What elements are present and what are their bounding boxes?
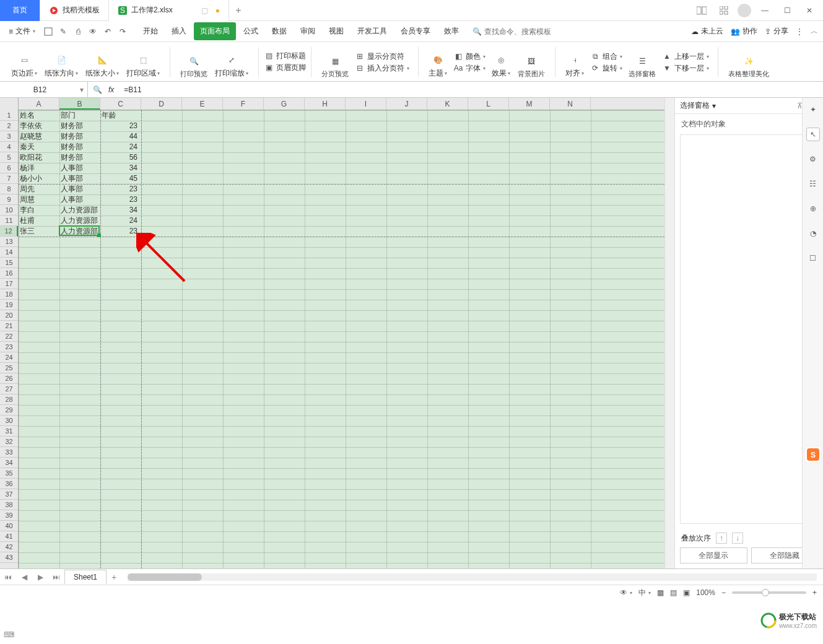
effects-button[interactable]: ◎效果▾ [488, 52, 514, 80]
row-header-22[interactable]: 22 [0, 331, 18, 342]
col-header-K[interactable]: K [427, 98, 468, 110]
colors-button[interactable]: ◧颜色▾ [453, 51, 486, 62]
file-menu[interactable]: ≡文件▾ [5, 24, 39, 39]
insertpagebreak-button[interactable]: ⊟插入分页符▾ [355, 63, 409, 74]
row-header-17[interactable]: 17 [0, 279, 18, 289]
cell-grid[interactable]: 姓名部门年龄李依依财务部23赵晓慧财务部44秦天财务部24欧阳花财务部56杨洋人… [19, 110, 664, 568]
view-page-icon[interactable]: ▤ [670, 588, 677, 597]
row-header-15[interactable]: 15 [0, 258, 18, 268]
cell[interactable]: 人力资源部 [59, 215, 100, 226]
row-header-34[interactable]: 34 [0, 458, 18, 468]
cell[interactable]: 34 [100, 163, 141, 173]
zoom-thumb[interactable] [762, 589, 769, 596]
qat-save-icon[interactable] [41, 25, 55, 38]
name-box-input[interactable] [0, 85, 80, 94]
row-header-42[interactable]: 42 [0, 542, 18, 552]
row-header-25[interactable]: 25 [0, 363, 18, 373]
col-header-H[interactable]: H [305, 98, 346, 110]
vertical-scrollbar[interactable] [664, 98, 674, 568]
fonts-button[interactable]: Aa字体▾ [453, 63, 486, 74]
tab-file[interactable]: S 工作簿2.xlsx ▢ ● [109, 0, 229, 21]
headerfooter-button[interactable]: ▣页眉页脚 [264, 63, 306, 73]
row-header-31[interactable]: 31 [0, 426, 18, 437]
cell[interactable]: 赵晓慧 [19, 131, 59, 142]
papersize-button[interactable]: 📐纸张大小▾ [82, 52, 123, 80]
sheet-first-icon[interactable]: ⏮ [0, 573, 16, 581]
row-header-3[interactable]: 3 [0, 131, 18, 142]
cell[interactable]: 年龄 [100, 110, 141, 121]
cell[interactable]: 李依依 [19, 121, 59, 131]
move-up-button[interactable]: ↑ [716, 533, 727, 544]
printarea-button[interactable]: ⬚打印区域▾ [123, 52, 163, 80]
side-tool2-icon[interactable]: ◔ [806, 227, 820, 240]
sheet-tab-1[interactable]: Sheet1 [64, 570, 107, 584]
sendbackward-button[interactable]: ▼下移一层▾ [662, 63, 709, 74]
search-input[interactable] [484, 27, 571, 36]
row-header-10[interactable]: 10 [0, 205, 18, 215]
margins-button[interactable]: ▭页边距▾ [7, 52, 41, 80]
themes-button[interactable]: 🎨主题▾ [425, 52, 451, 80]
cell[interactable]: 23 [100, 121, 141, 131]
qat-redo-icon[interactable]: ↷ [116, 25, 129, 38]
col-header-F[interactable]: F [223, 98, 264, 110]
row-header-33[interactable]: 33 [0, 447, 18, 458]
tab-formula[interactable]: 公式 [237, 22, 264, 40]
hscroll-thumb[interactable] [128, 573, 202, 581]
close-button[interactable]: ✕ [801, 2, 818, 19]
apps-icon[interactable] [715, 2, 733, 19]
row-header-21[interactable]: 21 [0, 321, 18, 331]
tab-efficiency[interactable]: 效率 [438, 22, 465, 40]
collapse-ribbon-icon[interactable]: ︿ [811, 26, 818, 37]
add-sheet-button[interactable]: + [107, 572, 121, 582]
qat-undo-icon[interactable]: ↶ [101, 25, 115, 38]
tab-pagelayout[interactable]: 页面布局 [194, 22, 236, 40]
printscale-button[interactable]: ⤢打印缩放▾ [211, 52, 252, 80]
fill-handle[interactable] [97, 233, 101, 237]
side-settings-icon[interactable]: ⚙ [806, 152, 820, 166]
cell[interactable]: 人事部 [59, 173, 100, 184]
tab-devtools[interactable]: 开发工具 [351, 22, 393, 40]
cell[interactable]: 周慧 [19, 194, 59, 205]
tab-expand-icon[interactable]: ▢ [201, 6, 208, 15]
printpreview-button[interactable]: 🔍打印预览 [176, 53, 211, 80]
tab-view[interactable]: 视图 [323, 22, 350, 40]
tab-member[interactable]: 会员专享 [394, 22, 437, 40]
rotate-button[interactable]: ⟳旋转▾ [590, 63, 622, 74]
row-header-26[interactable]: 26 [0, 373, 18, 384]
side-tool3-icon[interactable]: ☐ [806, 251, 820, 265]
row-header-32[interactable]: 32 [0, 437, 18, 447]
sheet-next-icon[interactable]: ▶ [32, 573, 48, 581]
cell[interactable]: 杜甫 [19, 215, 59, 226]
row-header-12[interactable]: 12 [0, 226, 18, 237]
cell[interactable]: 部门 [59, 110, 100, 121]
cell[interactable]: 财务部 [59, 121, 100, 131]
cell[interactable]: 23 [100, 194, 141, 205]
cell[interactable]: 财务部 [59, 152, 100, 163]
col-header-N[interactable]: N [550, 98, 591, 110]
row-header-4[interactable]: 4 [0, 142, 18, 152]
command-search[interactable]: 🔍 [472, 27, 571, 36]
side-tool1-icon[interactable]: ⊕ [806, 202, 820, 215]
row-header-20[interactable]: 20 [0, 310, 18, 321]
row-header-36[interactable]: 36 [0, 479, 18, 489]
encoding-icon[interactable]: 中▾ [638, 588, 651, 598]
zoom-label[interactable]: 100% [696, 588, 715, 597]
col-header-G[interactable]: G [264, 98, 305, 110]
cell[interactable]: 杨小小 [19, 173, 59, 184]
cell[interactable]: 23 [100, 226, 141, 237]
qat-preview-icon[interactable]: 👁 [86, 25, 100, 38]
tab-template[interactable]: 找稻壳模板 [40, 0, 109, 21]
tab-data[interactable]: 数据 [266, 22, 293, 40]
pane-list[interactable] [680, 134, 818, 524]
qat-print-icon[interactable]: ⎙ [71, 25, 85, 38]
col-header-J[interactable]: J [386, 98, 427, 110]
row-header-13[interactable]: 13 [0, 237, 18, 247]
status-icon[interactable]: ⌨ [4, 630, 15, 642]
cell[interactable]: 45 [100, 173, 141, 184]
cell[interactable]: 44 [100, 131, 141, 142]
col-header-C[interactable]: C [100, 98, 141, 110]
row-header-28[interactable]: 28 [0, 394, 18, 405]
fx-icon[interactable]: fx [108, 85, 114, 94]
cell[interactable]: 周先 [19, 184, 59, 194]
col-header-I[interactable]: I [346, 98, 386, 110]
